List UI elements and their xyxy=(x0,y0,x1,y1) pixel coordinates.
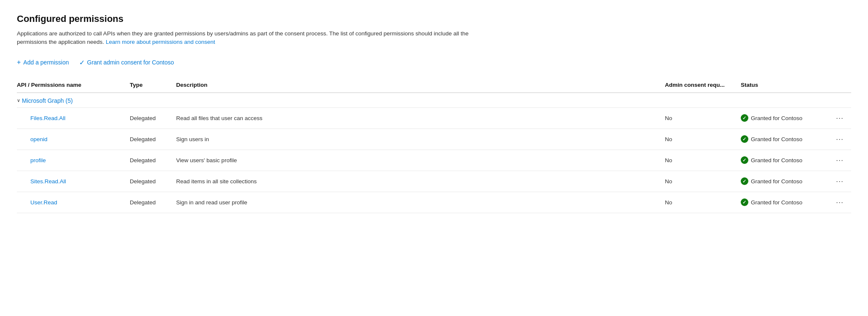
group-name-label: Microsoft Graph (5) xyxy=(22,97,73,104)
add-permission-button[interactable]: + Add a permission xyxy=(17,57,69,68)
more-options-button[interactable]: ··· xyxy=(833,176,846,187)
more-options-button[interactable]: ··· xyxy=(833,113,846,123)
permission-type-cell: Delegated xyxy=(126,171,173,192)
permission-name-link[interactable]: Sites.Read.All xyxy=(30,178,66,185)
permission-actions-cell: ··· xyxy=(830,192,851,213)
permission-admin-consent-cell: No xyxy=(662,192,737,213)
permission-description-cell: Read items in all site collections xyxy=(173,171,662,192)
permission-admin-consent-cell: No xyxy=(662,107,737,129)
description-text: Applications are authorized to call APIs… xyxy=(17,30,469,45)
permission-actions-cell: ··· xyxy=(830,129,851,150)
more-options-button[interactable]: ··· xyxy=(833,155,846,166)
table-row: openid Delegated Sign users in No Grante… xyxy=(17,129,851,150)
group-cell: ∨ Microsoft Graph (5) xyxy=(17,93,851,108)
permission-status-cell: Granted for Contoso xyxy=(737,171,830,192)
permission-description-cell: Sign users in xyxy=(173,129,662,150)
col-header-api: API / Permissions name xyxy=(17,78,126,93)
more-options-button[interactable]: ··· xyxy=(833,197,846,208)
permission-name-cell: User.Read xyxy=(17,192,126,213)
permission-admin-consent-cell: No xyxy=(662,150,737,171)
table-row: profile Delegated View users' basic prof… xyxy=(17,150,851,171)
status-label: Granted for Contoso xyxy=(751,115,802,121)
granted-check-icon xyxy=(741,156,748,164)
group-row: ∨ Microsoft Graph (5) xyxy=(17,93,851,108)
status-granted: Granted for Contoso xyxy=(741,198,825,206)
permission-name-link[interactable]: User.Read xyxy=(30,199,57,206)
permission-status-cell: Granted for Contoso xyxy=(737,150,830,171)
status-granted: Granted for Contoso xyxy=(741,156,825,164)
permission-type-cell: Delegated xyxy=(126,129,173,150)
col-header-status: Status xyxy=(737,78,830,93)
more-options-button[interactable]: ··· xyxy=(833,134,846,145)
col-header-actions xyxy=(830,78,851,93)
col-header-admin-consent: Admin consent requ... xyxy=(662,78,737,93)
permission-description-cell: Read all files that user can access xyxy=(173,107,662,129)
add-permission-label: Add a permission xyxy=(23,59,69,66)
grant-consent-button[interactable]: ✓ Grant admin consent for Contoso xyxy=(79,57,174,68)
permission-type-cell: Delegated xyxy=(126,192,173,213)
group-name[interactable]: ∨ Microsoft Graph (5) xyxy=(17,97,851,104)
permission-description-cell: View users' basic profile xyxy=(173,150,662,171)
col-header-type: Type xyxy=(126,78,173,93)
col-header-description: Description xyxy=(173,78,662,93)
status-label: Granted for Contoso xyxy=(751,157,802,163)
permission-admin-consent-cell: No xyxy=(662,129,737,150)
status-granted: Granted for Contoso xyxy=(741,177,825,185)
granted-check-icon xyxy=(741,135,748,143)
table-row: Sites.Read.All Delegated Read items in a… xyxy=(17,171,851,192)
plus-icon: + xyxy=(17,59,21,66)
granted-check-icon xyxy=(741,198,748,206)
permission-name-cell: profile xyxy=(17,150,126,171)
permission-name-link[interactable]: Files.Read.All xyxy=(30,115,65,121)
permission-name-cell: Files.Read.All xyxy=(17,107,126,129)
learn-more-link[interactable]: Learn more about permissions and consent xyxy=(106,39,215,45)
permission-name-link[interactable]: profile xyxy=(30,157,46,163)
granted-check-icon xyxy=(741,177,748,185)
chevron-down-icon: ∨ xyxy=(17,98,20,103)
table-header-row: API / Permissions name Type Description … xyxy=(17,78,851,93)
permissions-table: API / Permissions name Type Description … xyxy=(17,78,851,213)
status-label: Granted for Contoso xyxy=(751,136,802,142)
granted-check-icon xyxy=(741,114,748,122)
status-granted: Granted for Contoso xyxy=(741,135,825,143)
grant-consent-label: Grant admin consent for Contoso xyxy=(87,59,174,66)
toolbar: + Add a permission ✓ Grant admin consent… xyxy=(17,57,851,68)
page-title: Configured permissions xyxy=(17,13,851,24)
status-label: Granted for Contoso xyxy=(751,178,802,185)
permission-admin-consent-cell: No xyxy=(662,171,737,192)
permission-status-cell: Granted for Contoso xyxy=(737,192,830,213)
table-row: Files.Read.All Delegated Read all files … xyxy=(17,107,851,129)
permission-actions-cell: ··· xyxy=(830,150,851,171)
permission-type-cell: Delegated xyxy=(126,107,173,129)
permission-name-cell: Sites.Read.All xyxy=(17,171,126,192)
permission-name-link[interactable]: openid xyxy=(30,136,48,142)
status-label: Granted for Contoso xyxy=(751,199,802,206)
permission-type-cell: Delegated xyxy=(126,150,173,171)
table-row: User.Read Delegated Sign in and read use… xyxy=(17,192,851,213)
status-granted: Granted for Contoso xyxy=(741,114,825,122)
permission-description-cell: Sign in and read user profile xyxy=(173,192,662,213)
permission-status-cell: Granted for Contoso xyxy=(737,107,830,129)
permission-name-cell: openid xyxy=(17,129,126,150)
checkmark-icon: ✓ xyxy=(79,59,85,67)
permission-actions-cell: ··· xyxy=(830,171,851,192)
permission-status-cell: Granted for Contoso xyxy=(737,129,830,150)
permission-actions-cell: ··· xyxy=(830,107,851,129)
page-description: Applications are authorized to call APIs… xyxy=(17,29,480,47)
